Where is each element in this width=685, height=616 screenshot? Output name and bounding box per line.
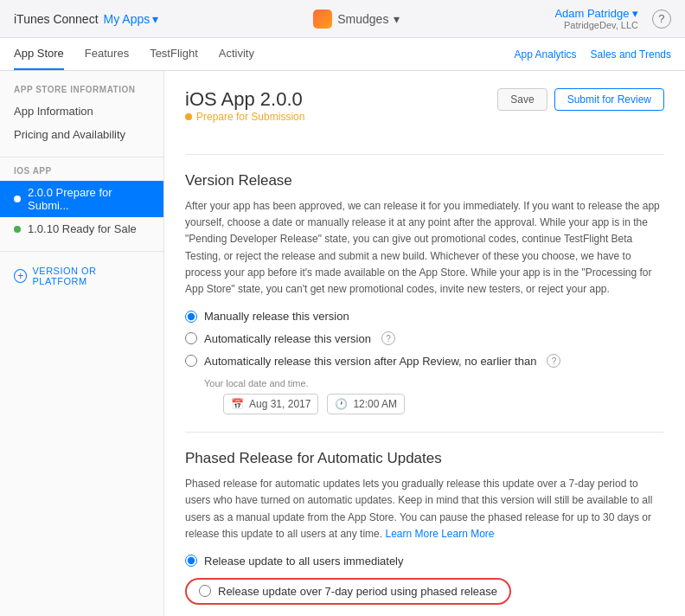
phased-release-options: Release update to all users immediately … bbox=[185, 555, 664, 613]
date-time-row: 📅 Aug 31, 2017 🕐 12:00 AM bbox=[223, 394, 664, 414]
user-info[interactable]: Adam Patridge ▾ PatridgeDev, LLC bbox=[554, 7, 638, 30]
radio-all-users-label: Release update to all users immediately bbox=[204, 555, 404, 568]
tab-testflight[interactable]: TestFlight bbox=[150, 38, 198, 70]
time-value: 12:00 AM bbox=[353, 398, 397, 410]
sidebar-item-version-200[interactable]: 2.0.0 Prepare for Submi... bbox=[0, 181, 163, 217]
tab-features[interactable]: Features bbox=[85, 38, 129, 70]
time-picker[interactable]: 🕐 12:00 AM bbox=[327, 394, 405, 414]
main-layout: App Store Information App Information Pr… bbox=[0, 71, 685, 616]
brand-label: iTunes Connect bbox=[14, 12, 99, 26]
add-version-button[interactable]: + Version or Platform bbox=[0, 260, 163, 292]
secondary-nav: App Store Features TestFlight Activity A… bbox=[0, 38, 685, 71]
add-version-label: Version or Platform bbox=[32, 266, 150, 286]
version-1010-dot bbox=[14, 226, 21, 233]
app-analytics-link[interactable]: App Analytics bbox=[515, 48, 577, 61]
date-time-label: Your local date and time. bbox=[204, 378, 664, 388]
version-1010-label: 1.0.10 Ready for Sale bbox=[28, 222, 137, 235]
app-title: iOS App 2.0.0 Prepare for Submission bbox=[185, 88, 304, 137]
radio-auto-after-review: Automatically release this version after… bbox=[185, 354, 664, 368]
prepare-text: Prepare for Submission bbox=[196, 111, 304, 123]
radio-after-review-input[interactable] bbox=[185, 355, 197, 367]
version-release-section: Version Release After your app has been … bbox=[185, 172, 664, 414]
sidebar-section-ios-app: iOS App 2.0.0 Prepare for Submi... 1.0.1… bbox=[0, 166, 163, 241]
tab-app-store[interactable]: App Store bbox=[14, 38, 64, 70]
radio-after-review-label: Automatically release this version after… bbox=[204, 355, 536, 368]
date-value: Aug 31, 2017 bbox=[249, 398, 310, 410]
prepare-dot bbox=[185, 113, 192, 120]
phased-release-body: Phased release for automatic updates let… bbox=[185, 476, 664, 542]
submit-review-button[interactable]: Submit for Review bbox=[554, 88, 664, 111]
my-apps-link[interactable]: My Apps ▾ bbox=[104, 12, 159, 26]
version-200-label: 2.0.0 Prepare for Submi... bbox=[28, 186, 150, 212]
date-time-container: Your local date and time. 📅 Aug 31, 2017… bbox=[204, 378, 664, 414]
radio-manual-label: Manually release this version bbox=[204, 310, 349, 323]
app-chevron-icon: ▾ bbox=[394, 12, 400, 26]
user-name[interactable]: Adam Patridge ▾ bbox=[554, 7, 638, 20]
content-header: iOS App 2.0.0 Prepare for Submission Sav… bbox=[185, 88, 664, 137]
sidebar: App Store Information App Information Pr… bbox=[0, 71, 164, 616]
clock-icon: 🕐 bbox=[335, 398, 348, 410]
header-actions: Save Submit for Review bbox=[497, 88, 664, 111]
sidebar-label-store-info: App Store Information bbox=[0, 85, 163, 99]
radio-auto-input[interactable] bbox=[185, 332, 197, 344]
app-name-label: Smudges bbox=[337, 12, 388, 26]
sidebar-divider bbox=[0, 157, 163, 157]
radio-phased-release: Release update over 7-day period using p… bbox=[185, 578, 511, 605]
radio-manual-release: Manually release this version bbox=[185, 310, 664, 323]
radio-release-all-users: Release update to all users immediately bbox=[185, 555, 664, 568]
sidebar-section-store-info: App Store Information App Information Pr… bbox=[0, 85, 163, 146]
section-divider-1 bbox=[185, 154, 664, 155]
after-review-help-icon[interactable]: ? bbox=[547, 354, 560, 368]
radio-manual-input[interactable] bbox=[185, 311, 197, 323]
add-icon: + bbox=[14, 269, 27, 283]
phased-radio-highlight-wrapper: Release update over 7-day period using p… bbox=[185, 578, 511, 613]
save-button[interactable]: Save bbox=[497, 88, 547, 111]
radio-phased-input[interactable] bbox=[199, 585, 211, 597]
version-status-dot bbox=[14, 196, 21, 202]
app-icon bbox=[313, 10, 332, 29]
sales-trends-link[interactable]: Sales and Trends bbox=[591, 48, 671, 61]
date-picker[interactable]: 📅 Aug 31, 2017 bbox=[223, 394, 318, 414]
top-bar-left: iTunes Connect My Apps ▾ bbox=[14, 12, 158, 26]
sidebar-item-version-1010[interactable]: 1.0.10 Ready for Sale bbox=[0, 217, 163, 241]
release-options: Manually release this version Automatica… bbox=[185, 310, 664, 368]
top-bar-right: Adam Patridge ▾ PatridgeDev, LLC ? bbox=[554, 7, 671, 30]
phased-release-title: Phased Release for Automatic Updates bbox=[185, 450, 664, 467]
auto-release-help-icon[interactable]: ? bbox=[381, 331, 395, 345]
main-content: iOS App 2.0.0 Prepare for Submission Sav… bbox=[164, 71, 685, 616]
radio-phased-label: Release update over 7-day period using p… bbox=[218, 585, 497, 598]
radio-auto-label: Automatically release this version bbox=[204, 332, 371, 345]
version-release-title: Version Release bbox=[185, 172, 664, 189]
sidebar-item-app-information[interactable]: App Information bbox=[0, 99, 163, 123]
learn-more-link[interactable]: Learn More Learn More bbox=[385, 528, 494, 540]
app-selector[interactable]: Smudges ▾ bbox=[313, 10, 400, 29]
app-title-text: iOS App 2.0.0 bbox=[185, 88, 304, 111]
sidebar-item-pricing[interactable]: Pricing and Availability bbox=[0, 123, 163, 146]
nav-tabs: App Store Features TestFlight Activity bbox=[14, 38, 254, 70]
nav-right-links: App Analytics Sales and Trends bbox=[515, 48, 671, 61]
user-company: PatridgeDev, LLC bbox=[554, 20, 638, 30]
sidebar-label-ios-app: iOS App bbox=[0, 166, 163, 181]
help-button[interactable]: ? bbox=[652, 10, 671, 29]
sidebar-divider-2 bbox=[0, 251, 163, 252]
calendar-icon: 📅 bbox=[231, 398, 244, 410]
radio-auto-release: Automatically release this version ? bbox=[185, 331, 664, 345]
prepare-label: Prepare for Submission bbox=[185, 111, 304, 123]
radio-all-users-input[interactable] bbox=[185, 555, 197, 567]
tab-activity[interactable]: Activity bbox=[219, 38, 254, 70]
version-release-body: After your app has been approved, we can… bbox=[185, 198, 664, 298]
section-divider-2 bbox=[185, 432, 664, 433]
top-bar: iTunes Connect My Apps ▾ Smudges ▾ Adam … bbox=[0, 0, 685, 38]
phased-release-section: Phased Release for Automatic Updates Pha… bbox=[185, 450, 664, 613]
